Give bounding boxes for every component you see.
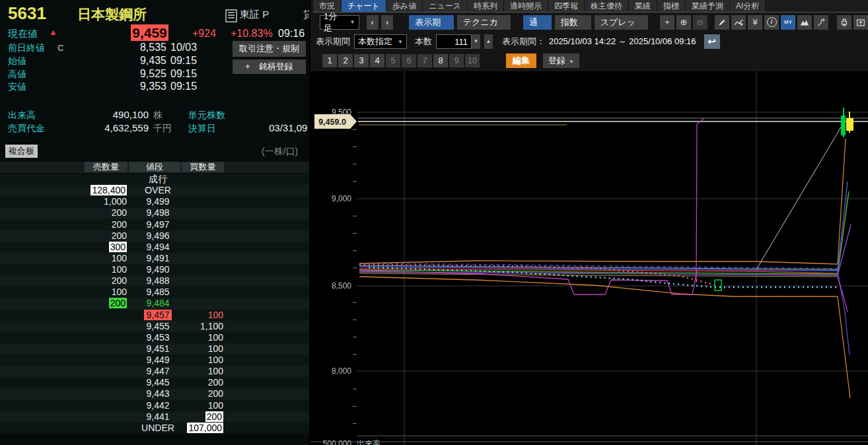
display-period-button[interactable]: 表示期間: [409, 15, 453, 30]
bar-count-input[interactable]: [436, 34, 472, 49]
tab-4[interactable]: 時系列: [468, 0, 504, 12]
print-icon[interactable]: [837, 15, 851, 30]
board-cell-buy: 100: [169, 355, 223, 366]
volume-label: 出来高: [8, 110, 36, 121]
board-cell-price: 9,490: [129, 264, 186, 275]
board-cell-price: 9,498: [129, 207, 186, 219]
board-row[interactable]: 9,453100: [0, 332, 309, 343]
edit-button[interactable]: 編集: [506, 53, 536, 68]
register-dropdown[interactable]: 登録▼: [543, 53, 579, 68]
period-preset-5[interactable]: 5: [386, 54, 400, 67]
zoom-out-icon[interactable]: ⊖: [693, 15, 707, 30]
range-value: 2025/10/03 14:22 ～ 2025/10/06 09:16: [549, 36, 696, 48]
next-button[interactable]: ›: [381, 15, 393, 30]
yen-mark-icon[interactable]: ¥: [748, 15, 762, 30]
quote-time: 09:16: [278, 28, 305, 40]
add-watchlist-button[interactable]: + 銘柄登録: [233, 59, 306, 74]
price-chart[interactable]: 9,5009,0008,5008,0009,459.0500,000出来高: [310, 71, 868, 445]
my-indicator-icon[interactable]: MY: [781, 15, 795, 30]
tab-5[interactable]: 適時開示: [504, 0, 548, 12]
chart-svg: 9,5009,0008,5008,0009,459.0500,000出来高: [310, 71, 868, 445]
composite-board-button[interactable]: 複合板: [5, 145, 38, 158]
indexed-button[interactable]: 指数化: [555, 15, 591, 30]
period-preset-8[interactable]: 8: [433, 54, 448, 67]
tab-9[interactable]: 指標: [657, 0, 686, 12]
board-row[interactable]: 2009,488: [0, 275, 309, 287]
period-preset-4[interactable]: 4: [370, 54, 384, 67]
timeframe-select[interactable]: 1分足▼: [320, 15, 359, 30]
info-icon[interactable]: i: [764, 15, 779, 30]
board-cell-sell: 100: [71, 264, 127, 275]
board-row[interactable]: 9,442100: [0, 400, 309, 411]
period-preset-7[interactable]: 7: [417, 54, 432, 67]
quote-board-panel: 5631 日本製鋼所 東証 P 貸 現在値 ▲ 9,459 +924 +10.8…: [0, 0, 309, 445]
board-row[interactable]: 2009,498: [0, 207, 309, 219]
tab-10[interactable]: 業績予測: [686, 0, 730, 12]
margin-flag-clipped: 貸: [303, 9, 309, 21]
normal-button[interactable]: 通常: [523, 15, 552, 30]
tab-1[interactable]: チャート: [342, 0, 386, 12]
board-cell-buy: 100: [169, 332, 223, 343]
count-step-up-button[interactable]: ▲: [484, 34, 493, 49]
board-row[interactable]: 2009,497: [0, 219, 309, 230]
open-time: 09:15: [170, 55, 197, 67]
board-cell-buy: 200: [169, 388, 223, 399]
low-time: 09:15: [170, 81, 197, 92]
open-value: 9,435: [98, 55, 166, 67]
volume-unit: 株: [153, 110, 163, 121]
reset-range-button[interactable]: ↩: [704, 34, 720, 49]
area-chart-icon[interactable]: [797, 15, 812, 30]
board-cell-sell: 128,400: [71, 185, 127, 196]
period-preset-6[interactable]: 6: [402, 54, 416, 67]
tab-3[interactable]: ニュース: [423, 0, 468, 12]
trade-caution-button[interactable]: 取引注意・規制: [233, 41, 306, 57]
board-row[interactable]: 2009,496: [0, 230, 309, 242]
popout-icon[interactable]: [853, 15, 868, 30]
board-cell-sell: 100: [71, 287, 127, 298]
board-row[interactable]: 9,451100: [0, 343, 309, 355]
board-cell-price: 9,499: [129, 196, 186, 207]
board-row[interactable]: 9,449100: [0, 355, 309, 366]
draw-pencil-icon[interactable]: [715, 15, 729, 30]
board-row[interactable]: 1009,490: [0, 264, 309, 275]
period-preset-1[interactable]: 1: [322, 54, 337, 67]
board-row[interactable]: 9,443200: [0, 388, 309, 399]
board-row[interactable]: 9,4551,100: [0, 321, 309, 332]
board-row[interactable]: 成行: [0, 174, 309, 185]
stock-code: 5631: [8, 3, 46, 24]
period-preset-2[interactable]: 2: [338, 54, 353, 67]
turnover-unit: 千円: [153, 123, 172, 135]
prev-button[interactable]: ‹: [367, 15, 379, 30]
board-row[interactable]: 9,457100: [0, 310, 309, 321]
chevron-down-icon: ▼: [398, 39, 403, 45]
board-row[interactable]: 128,400OVER: [0, 185, 309, 196]
settings-wrench-icon[interactable]: [814, 15, 828, 30]
crosshair-icon[interactable]: +: [660, 15, 674, 30]
up-arrow-icon: ▲: [49, 27, 57, 37]
board-row[interactable]: 1,0009,499: [0, 196, 309, 207]
count-mode-select[interactable]: 本数指定▼: [354, 34, 407, 49]
spread-button[interactable]: スプレッド: [595, 15, 648, 30]
board-row[interactable]: 1009,491: [0, 253, 309, 264]
volume-pane-label: 出来高: [357, 439, 380, 445]
zoom-in-icon[interactable]: ⊕: [676, 15, 691, 30]
board-row[interactable]: 9,441200: [0, 411, 309, 423]
tab-11[interactable]: AI分析: [730, 0, 766, 12]
tab-7[interactable]: 株主優待: [585, 0, 629, 12]
tab-8[interactable]: 業績: [629, 0, 657, 12]
board-row[interactable]: 3009,494: [0, 242, 309, 253]
plus-icon: +: [245, 61, 250, 71]
period-preset-3[interactable]: 3: [354, 54, 369, 67]
trendline-icon[interactable]: [731, 15, 746, 30]
board-row[interactable]: 9,445200: [0, 377, 309, 388]
board-row[interactable]: UNDER107,000: [0, 423, 309, 434]
board-row[interactable]: 2009,484: [0, 298, 309, 309]
tab-6[interactable]: 四季報: [548, 0, 585, 12]
technical-button[interactable]: テクニカル: [457, 15, 511, 30]
count-step-down-button[interactable]: ▼: [472, 34, 480, 49]
period-preset-9[interactable]: 9: [449, 54, 464, 67]
tab-2[interactable]: 歩み値: [386, 0, 423, 12]
board-row[interactable]: 9,447100: [0, 366, 309, 377]
board-row[interactable]: 1009,485: [0, 287, 309, 298]
period-preset-10[interactable]: 10: [465, 54, 480, 67]
